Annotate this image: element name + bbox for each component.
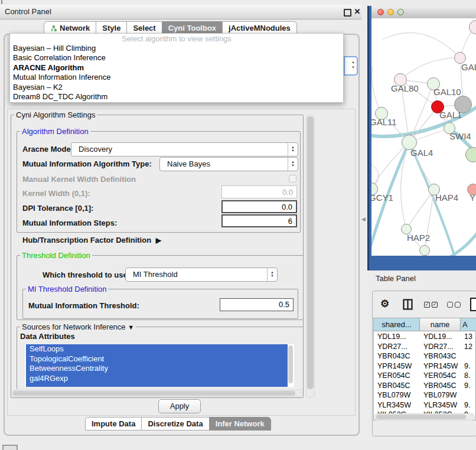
tab-impute-data-label: Impute Data xyxy=(92,418,135,430)
cell-shared-name: YBR045C xyxy=(377,381,410,391)
node-label: SWI4 xyxy=(449,131,471,141)
mi-algorithm-type-select[interactable]: Naive Bayes ▲▼ xyxy=(159,157,298,171)
close-traffic-light[interactable] xyxy=(377,9,384,15)
horizontal-scrollbar-thumb[interactable] xyxy=(13,391,295,396)
cell-name: YLR345W xyxy=(423,400,457,410)
table-row[interactable]: YDR27... YDR27... 12 xyxy=(374,342,475,352)
table-row[interactable]: YPR145W YPR145W 9. xyxy=(374,361,475,371)
show-checked-columns-icon[interactable]: ✓ ✓ xyxy=(424,302,438,308)
table-row[interactable]: YLR345W YLR345W 9. xyxy=(374,400,475,410)
chevron-right-icon: ▶ xyxy=(156,236,161,244)
tab-discretize-data-label: Discretize Data xyxy=(148,418,203,430)
algorithm-definition-label: Algorithm Definition xyxy=(20,127,90,136)
mi-threshold-field[interactable]: 0.5 xyxy=(220,298,294,311)
attributes-selection: SelfLoops TopologicalCoefficient Between… xyxy=(26,344,288,387)
manual-kernel-width-label: Manual Kernel Width Definition xyxy=(22,175,136,184)
vertical-scrollbar-thumb[interactable] xyxy=(307,116,314,389)
list-item[interactable]: SelfLoops xyxy=(26,344,288,354)
list-item[interactable]: gal4RGexp xyxy=(26,374,288,384)
node-label: HAP2 xyxy=(407,233,430,243)
stepper-icon: ▲▼ xyxy=(267,268,277,281)
table-panel-title: Table Panel xyxy=(376,274,416,283)
menu-item[interactable]: Bayesian – K2 xyxy=(10,83,343,92)
network-node[interactable] xyxy=(419,245,430,256)
network-window-titlebar xyxy=(371,6,476,19)
network-canvas[interactable]: GAL80 GAL10 GAL1 GAL11 SWI4 GAL4 GCY1 HA… xyxy=(371,18,476,256)
list-scrollbar[interactable] xyxy=(288,345,294,384)
list-item[interactable]: BetweennessCentrality xyxy=(26,364,288,374)
horizontal-scrollbar[interactable] xyxy=(12,390,302,397)
kernel-width-label: Kernel Width (0,1): xyxy=(22,189,90,198)
algorithm-dropdown-placeholder: Select algorithm to view settings xyxy=(10,34,343,44)
minimize-traffic-light[interactable] xyxy=(387,9,394,15)
stepper-icon: ▲▼ xyxy=(288,143,298,156)
node-label: GAL80 xyxy=(391,83,419,93)
control-panel-title: Control Panel xyxy=(5,5,51,19)
table-body: YDL19... YDL19... 13 YDR27... YDR27... 1… xyxy=(374,332,475,413)
split-columns-icon[interactable] xyxy=(403,299,413,310)
bottom-tabbar: Impute Data Discretize Data Infer Networ… xyxy=(86,417,271,431)
close-icon[interactable]: ✕ xyxy=(353,5,362,19)
cell-shared-name: YBR043C xyxy=(377,351,410,361)
cyni-algorithm-settings-label: Cyni Algorithm Settings xyxy=(14,110,97,119)
screen: Control Panel ✕ Network Style Select Cyn… xyxy=(0,0,476,450)
node-label: GAL10 xyxy=(433,87,461,97)
column-header-shared-name[interactable]: shared... xyxy=(374,318,420,331)
cell-value: 12 xyxy=(464,342,472,352)
list-item[interactable]: TopologicalCoefficient xyxy=(26,354,288,364)
algorithm-combo-fragment[interactable]: ▲▼ xyxy=(344,56,358,76)
unchecked-box-icon xyxy=(447,302,453,308)
tab-infer-network[interactable]: Infer Network xyxy=(209,417,271,431)
cell-shared-name: YPR145W xyxy=(377,361,412,371)
mi-threshold-group-label: MI Threshold Definition xyxy=(26,285,108,294)
kernel-width-field[interactable]: 0.0 xyxy=(221,185,297,198)
checked-box-icon: ✓ xyxy=(432,302,438,308)
document-icon[interactable] xyxy=(470,298,476,311)
table-horizontal-scrollbar-thumb[interactable] xyxy=(376,415,466,419)
splitter-collapse-arrow[interactable]: ◀ xyxy=(361,216,366,222)
table-row[interactable]: YDL19... YDL19... 13 xyxy=(374,332,475,342)
cell-name: YBL079W xyxy=(423,390,457,400)
node-label: HAP4 xyxy=(435,193,458,203)
menu-item[interactable]: Mutual Information Inference xyxy=(10,73,343,82)
which-threshold-select[interactable]: MI Threshold ▲▼ xyxy=(125,268,278,282)
apply-button[interactable]: Apply xyxy=(158,399,201,413)
node-table: shared... name A YDL19... YDL19... 13 YD… xyxy=(373,318,476,420)
network-view-window: GAL80 GAL10 GAL1 GAL11 SWI4 GAL4 GCY1 HA… xyxy=(367,6,476,270)
list-scrollbar-thumb[interactable] xyxy=(288,345,293,383)
sources-toggle[interactable]: Sources for Network Inference ▼ xyxy=(20,322,136,331)
cell-value: 13 xyxy=(464,332,472,342)
manual-kernel-width-checkbox[interactable] xyxy=(289,175,296,182)
dpi-tolerance-field[interactable]: 0.0 xyxy=(221,200,297,213)
menu-item[interactable]: Dream8 DC_TDC Algorithm xyxy=(10,92,343,102)
table-row[interactable]: YER054C YER054C 8. xyxy=(374,371,475,381)
table-horizontal-scrollbar[interactable] xyxy=(374,413,475,420)
menu-item[interactable]: Bayesian – Hill Climbing xyxy=(10,44,343,53)
column-header-name[interactable]: name xyxy=(420,318,461,331)
zoom-traffic-light[interactable] xyxy=(397,9,404,15)
hub-definition-toggle[interactable]: Hub/Transcription Factor Definition ▶ xyxy=(22,236,159,244)
menu-item-selected[interactable]: ARACNE Algorithm xyxy=(10,63,343,73)
table-row[interactable]: YBL079W YBL079W xyxy=(374,390,475,400)
vertical-scrollbar[interactable] xyxy=(306,115,315,398)
data-attributes-label: Data Attributes xyxy=(20,332,75,341)
column-header-clipped[interactable]: A xyxy=(461,318,476,331)
tab-jactivemnodules-label: jActiveMNodules xyxy=(229,22,291,34)
float-window-icon[interactable] xyxy=(344,9,351,17)
clipped-panel-icon[interactable] xyxy=(2,445,18,450)
tab-impute-data[interactable]: Impute Data xyxy=(85,417,142,431)
menu-item[interactable]: Basic Correlation Inference xyxy=(10,53,343,63)
cell-shared-name: YER054C xyxy=(377,371,410,381)
node-label: GAL1 xyxy=(439,110,462,120)
mi-steps-field[interactable]: 6 xyxy=(221,214,297,227)
table-row[interactable]: YBR045C YBR045C 9. xyxy=(374,381,475,391)
tab-infer-network-label: Infer Network xyxy=(216,418,265,430)
hide-columns-icon[interactable] xyxy=(447,302,461,308)
aracne-mode-select[interactable]: Discovery ▲▼ xyxy=(71,142,298,156)
tab-discretize-data[interactable]: Discretize Data xyxy=(141,417,209,431)
cell-shared-name: YBL079W xyxy=(377,390,410,400)
mi-steps-label: Mutual Information Steps: xyxy=(22,219,117,227)
table-row[interactable]: YBR043C YBR043C xyxy=(374,351,475,361)
gear-icon[interactable]: ⚙ xyxy=(380,298,389,310)
tab-select-label: Select xyxy=(133,22,155,34)
